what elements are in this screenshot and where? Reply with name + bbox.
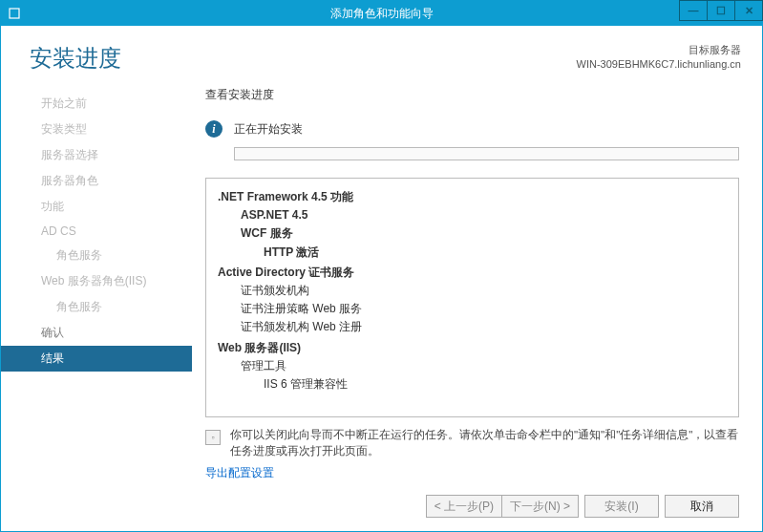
app-icon [7,6,22,21]
feature-item: 管理工具 [218,357,727,375]
feature-list: .NET Framework 4.5 功能ASP.NET 4.5WCF 服务HT… [205,178,739,417]
feature-item: 证书颁发机构 [218,282,727,300]
window-title: 添加角色和功能向导 [330,6,434,22]
next-button[interactable]: 下一步(N) > [501,495,579,518]
svg-rect-0 [10,9,19,18]
feature-item: WCF 服务 [218,224,727,243]
feature-item: Web 服务器(IIS) [218,339,727,357]
feature-item: IIS 6 管理兼容性 [218,375,727,394]
progress-bar [234,147,739,160]
wizard-window: 添加角色和功能向导 — ☐ ✕ 安装进度 目标服务器 WIN-309EBHMK6… [0,0,763,532]
info-icon: i [205,120,223,138]
feature-item: HTTP 激活 [218,244,727,262]
sidebar-item-confirm: 确认 [1,320,192,346]
main-panel: 查看安装进度 i 正在开始安装 .NET Framework 4.5 功能ASP… [192,83,762,485]
feature-item: Active Directory 证书服务 [218,264,727,282]
feature-item: 证书颁发机构 Web 注册 [218,318,727,336]
sidebar-item-results: 结果 [1,346,192,372]
progress-label: 查看安装进度 [205,83,739,103]
footer: < 上一步(P) 下一步(N) > 安装(I) 取消 [1,485,762,531]
sidebar-item-serverselect: 服务器选择 [1,142,192,168]
close-button[interactable]: ✕ [734,0,763,21]
feature-item: 证书注册策略 Web 服务 [218,300,727,318]
feature-item: ASP.NET 4.5 [218,206,727,224]
sidebar-item-features: 功能 [1,194,192,220]
page-title: 安装进度 [30,43,121,74]
note-text: 你可以关闭此向导而不中断正在运行的任务。请依次单击命令栏中的"通知"和"任务详细… [230,427,739,460]
sidebar-item-adcs: AD CS [1,220,192,243]
feature-list-content[interactable]: .NET Framework 4.5 功能ASP.NET 4.5WCF 服务HT… [206,179,738,416]
header: 安装进度 目标服务器 WIN-309EBHMK6C7.lichunliang.c… [1,26,762,83]
sidebar: 开始之前 安装类型 服务器选择 服务器角色 功能 AD CS 角色服务 Web … [1,83,192,485]
target-label: 目标服务器 [577,43,741,57]
sidebar-item-iis-roles: 角色服务 [1,294,192,320]
status-text: 正在开始安装 [234,121,303,138]
target-value: WIN-309EBHMK6C7.lichunliang.cn [577,57,741,72]
status-row: i 正在开始安装 [205,120,739,138]
body: 开始之前 安装类型 服务器选择 服务器角色 功能 AD CS 角色服务 Web … [1,83,762,485]
cancel-button[interactable]: 取消 [665,495,739,518]
sidebar-item-before: 开始之前 [1,91,192,117]
titlebar: 添加角色和功能向导 — ☐ ✕ [1,1,762,26]
prev-button[interactable]: < 上一步(P) [426,495,501,518]
sidebar-item-iis: Web 服务器角色(IIS) [1,268,192,294]
note-row: ▫ 你可以关闭此向导而不中断正在运行的任务。请依次单击命令栏中的"通知"和"任务… [205,427,739,460]
sidebar-item-installtype: 安装类型 [1,117,192,142]
maximize-button[interactable]: ☐ [707,0,735,21]
minimize-button[interactable]: — [679,0,708,21]
install-button[interactable]: 安装(I) [584,495,659,518]
sidebar-item-adcs-roles: 角色服务 [1,243,192,268]
flag-icon: ▫ [205,430,221,445]
nav-button-group: < 上一步(P) 下一步(N) > [426,495,579,518]
window-controls: — ☐ ✕ [679,1,762,26]
feature-item: .NET Framework 4.5 功能 [218,188,727,206]
export-config-link[interactable]: 导出配置设置 [205,465,739,481]
target-server-info: 目标服务器 WIN-309EBHMK6C7.lichunliang.cn [577,43,741,73]
sidebar-item-serverroles: 服务器角色 [1,168,192,194]
